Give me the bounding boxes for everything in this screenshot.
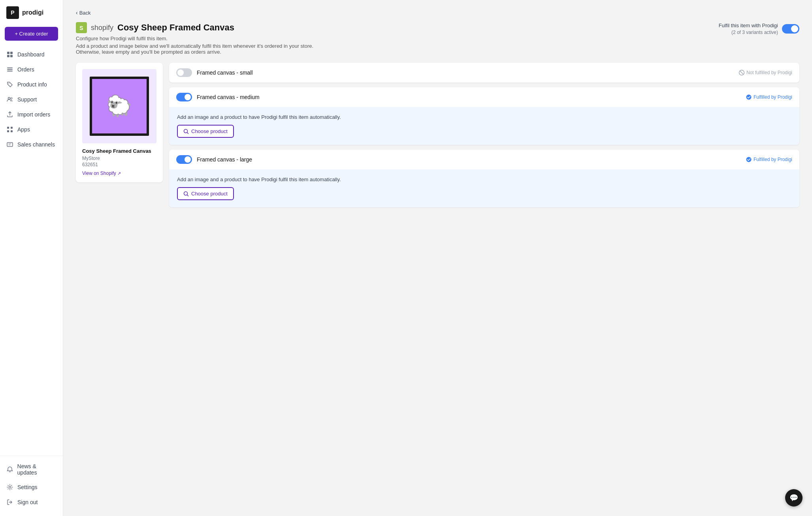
variants-section: Framed canvas - small Not fulfilled by P…: [169, 63, 799, 212]
fulfil-subtitle: (2 of 3 variants active): [719, 29, 778, 36]
chat-bubble[interactable]: 💬: [785, 489, 803, 507]
sidebar-item-news-label: News & updates: [17, 463, 57, 476]
product-store: MyStore: [82, 156, 156, 161]
toggle-track-large[interactable]: [176, 155, 192, 164]
variant-header-medium: Framed canvas - medium Fulfilled by Prod…: [169, 87, 799, 107]
svg-point-9: [11, 98, 12, 99]
page-header-left: S shopify Cosy Sheep Framed Canvas Confi…: [76, 22, 313, 55]
svg-rect-6: [7, 71, 13, 71]
variant-body-medium: Add an image and a product to have Prodi…: [169, 107, 799, 145]
sidebar-item-dashboard[interactable]: Dashboard: [0, 47, 63, 62]
toggle-thumb-medium: [185, 94, 191, 100]
variant-toggle-small[interactable]: [176, 68, 192, 77]
sheep-emoji: 🐑: [106, 94, 132, 118]
view-shopify-link[interactable]: View on Shopify ↗: [82, 171, 156, 176]
sidebar-item-product-info[interactable]: Product info: [0, 77, 63, 92]
check-circle-icon-large: [746, 156, 752, 163]
toggle-thumb-small: [177, 69, 184, 76]
variant-header-small: Framed canvas - small Not fulfilled by P…: [169, 63, 799, 83]
svg-point-7: [9, 83, 9, 84]
svg-rect-5: [7, 69, 13, 70]
sidebar-item-product-info-label: Product info: [17, 81, 47, 88]
sidebar-item-dashboard-label: Dashboard: [17, 51, 45, 58]
bell-icon: [6, 466, 13, 473]
variant-status-small: Not fulfilled by Prodigi: [739, 69, 792, 76]
sidebar-item-support-label: Support: [17, 96, 37, 103]
ban-icon: [739, 69, 745, 76]
sidebar-logo: P prodigi: [0, 6, 63, 27]
search-icon-medium: [183, 129, 189, 134]
shopify-icon: S: [76, 22, 87, 33]
variant-status-large: Fulfilled by Prodigi: [746, 156, 792, 163]
svg-rect-2: [7, 55, 9, 57]
signout-icon: [6, 499, 13, 506]
variant-card-medium: Framed canvas - medium Fulfilled by Prod…: [169, 87, 799, 145]
sidebar-item-import-orders-label: Import orders: [17, 111, 50, 118]
check-circle-icon-medium: [746, 94, 752, 100]
choose-product-button-large[interactable]: Choose product: [177, 187, 234, 200]
variant-status-medium: Fulfilled by Prodigi: [746, 94, 792, 100]
variant-toggle-medium[interactable]: [176, 93, 192, 101]
product-image-frame: 🐑: [90, 77, 149, 136]
product-name: Cosy Sheep Framed Canvas: [82, 148, 156, 154]
sidebar-logo-text: prodigi: [22, 9, 43, 16]
sidebar-item-news-updates[interactable]: News & updates: [0, 459, 63, 480]
svg-rect-13: [11, 130, 13, 132]
fulfil-label: Fulfil this item with Prodigi: [719, 22, 778, 29]
product-container: 🐑 Cosy Sheep Framed Canvas MyStore 63265…: [76, 63, 799, 212]
back-label: Back: [79, 10, 91, 16]
apps-icon: [6, 126, 13, 133]
back-arrow-icon: ‹: [76, 9, 78, 16]
svg-rect-14: [7, 143, 13, 146]
page-desc-line2: Otherwise, leave empty and you'll be pro…: [76, 49, 313, 55]
variant-name-small: Framed canvas - small: [197, 69, 253, 76]
upload-icon: [6, 111, 13, 118]
toggle-track-medium[interactable]: [176, 93, 192, 101]
variant-name-large: Framed canvas - large: [197, 156, 252, 163]
svg-point-8: [8, 98, 10, 99]
sidebar-item-orders[interactable]: Orders: [0, 62, 63, 77]
back-link[interactable]: ‹ Back: [76, 9, 799, 16]
product-card: 🐑 Cosy Sheep Framed Canvas MyStore 63265…: [76, 63, 163, 182]
sidebar: P prodigi + Create order Dashboard Order…: [0, 0, 63, 516]
page-desc-line1: Add a product and image below and we'll …: [76, 43, 313, 49]
sidebar-item-sign-out-label: Sign out: [17, 499, 38, 505]
variant-body-text-medium: Add an image and a product to have Prodi…: [177, 114, 791, 120]
sidebar-item-apps-label: Apps: [17, 126, 30, 133]
variant-card-large: Framed canvas - large Fulfilled by Prodi…: [169, 150, 799, 207]
svg-rect-1: [10, 52, 13, 54]
chat-icon: 💬: [789, 493, 798, 502]
svg-rect-3: [10, 55, 13, 57]
create-order-button[interactable]: + Create order: [5, 27, 58, 41]
sidebar-item-orders-label: Orders: [17, 66, 34, 73]
sidebar-item-settings[interactable]: Settings: [0, 480, 63, 495]
svg-text:S: S: [79, 25, 83, 31]
variant-toggle-large[interactable]: [176, 155, 192, 164]
list-icon: [6, 66, 13, 73]
toggle-thumb-large: [185, 156, 191, 163]
product-image: 🐑: [82, 69, 156, 143]
sidebar-item-import-orders[interactable]: Import orders: [0, 107, 63, 122]
svg-point-15: [9, 486, 11, 488]
svg-rect-10: [7, 127, 9, 129]
toggle-track-small[interactable]: [176, 68, 192, 77]
channel-icon: [6, 141, 13, 148]
variant-body-text-large: Add an image and a product to have Prodi…: [177, 176, 791, 182]
svg-point-21: [746, 157, 751, 162]
page-subtitle: Configure how Prodigi will fulfil this i…: [76, 36, 313, 41]
svg-point-19: [746, 95, 751, 100]
sidebar-item-apps[interactable]: Apps: [0, 122, 63, 137]
variant-card-small: Framed canvas - small Not fulfilled by P…: [169, 63, 799, 83]
fulfil-toggle[interactable]: [782, 24, 799, 34]
sidebar-item-sales-channels[interactable]: Sales channels: [0, 137, 63, 152]
prodigi-logo-icon: P: [6, 6, 19, 19]
sidebar-nav: Dashboard Orders Product info Support Im…: [0, 47, 63, 456]
sidebar-item-support[interactable]: Support: [0, 92, 63, 107]
search-icon-large: [183, 191, 189, 197]
sidebar-item-sign-out[interactable]: Sign out: [0, 495, 63, 510]
svg-rect-11: [11, 127, 13, 129]
sidebar-item-sales-channels-label: Sales channels: [17, 141, 55, 148]
choose-product-button-medium[interactable]: Choose product: [177, 125, 234, 138]
people-icon: [6, 96, 13, 103]
product-id: 632651: [82, 162, 156, 167]
